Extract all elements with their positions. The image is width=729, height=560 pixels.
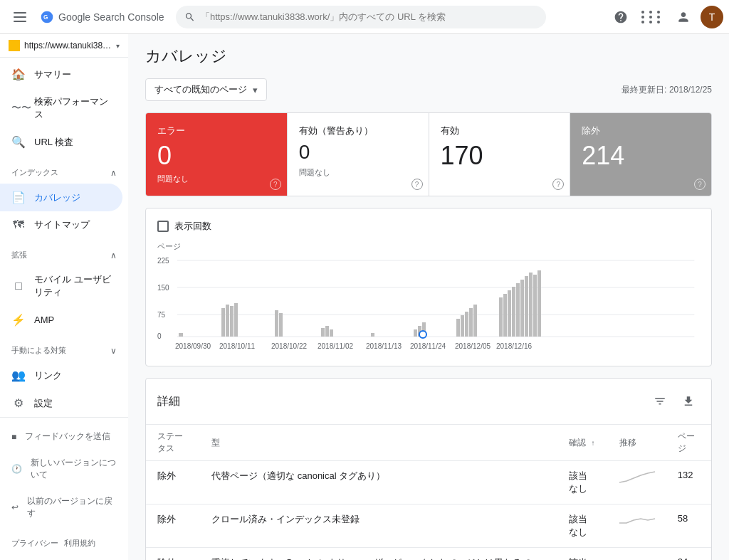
table-row[interactable]: 除外 重複しています。Google により、ユーザーがマークしたページとは異なる… — [146, 548, 711, 560]
stat-valid: 有効 170 ? — [429, 113, 571, 196]
home-icon: 🏠 — [11, 68, 26, 81]
excluded-info-button[interactable]: ? — [694, 179, 706, 190]
sidebar-item-links[interactable]: 👥 リンク — [0, 361, 122, 389]
svg-text:2018/10/11: 2018/10/11 — [219, 342, 255, 350]
sidebar-item-amp[interactable]: ⚡ AMP — [0, 306, 122, 334]
feedback-button[interactable]: ■ フィードバックを送信 — [0, 423, 128, 450]
svg-rect-30 — [503, 294, 507, 337]
svg-rect-31 — [508, 290, 511, 337]
back-icon: ↩ — [11, 502, 19, 512]
svg-text:G: G — [43, 14, 48, 21]
privacy-link[interactable]: プライバシー — [11, 538, 58, 549]
chart-toggle-checkbox[interactable] — [157, 221, 169, 232]
sidebar: https://www.tanuki383... ▾ 🏠 サマリー 〜〜 検索パ… — [0, 34, 128, 560]
sidebar-item-summary[interactable]: 🏠 サマリー — [0, 60, 122, 88]
search-bar[interactable] — [176, 6, 546, 28]
menu-button[interactable] — [6, 3, 34, 31]
search-icon — [184, 11, 195, 23]
details-actions — [649, 390, 700, 413]
filter-button[interactable] — [649, 390, 671, 413]
apps-button[interactable] — [638, 3, 666, 31]
svg-rect-37 — [533, 275, 537, 337]
trend-chart-3 — [619, 556, 655, 560]
sidebar-item-sitemap[interactable]: 🗺 サイトマップ — [0, 211, 122, 238]
svg-rect-19 — [330, 329, 333, 337]
old-version-button[interactable]: ↩ 以前のバージョンに戻す — [0, 488, 128, 527]
svg-rect-27 — [469, 308, 473, 337]
details-header: 詳細 — [146, 379, 711, 425]
page-title: カバレッジ — [145, 46, 712, 67]
site-url: https://www.tanuki383... — [24, 41, 112, 51]
svg-rect-33 — [516, 283, 520, 337]
enhancement-chevron-icon[interactable]: ∧ — [110, 250, 117, 260]
google-icon: G — [40, 10, 54, 24]
performance-icon: 〜〜 — [11, 102, 26, 115]
stats-cards: エラー 0 問題なし ? 有効（警告あり） 0 問題なし ? 有効 170 ? — [145, 112, 712, 196]
topbar-right: T — [607, 3, 723, 31]
account-button[interactable] — [669, 3, 698, 31]
svg-rect-13 — [230, 306, 234, 337]
stat-excluded: 除外 214 ? — [570, 113, 711, 196]
svg-text:0: 0 — [157, 332, 162, 340]
feedback-icon: ■ — [11, 432, 16, 442]
last-updated: 最終更新日: 2018/12/25 — [622, 84, 712, 96]
col-trend: 推移 — [608, 425, 666, 461]
svg-rect-28 — [473, 305, 477, 337]
details-section: 詳細 ステータス 型 — [145, 378, 712, 560]
svg-text:2018/09/30: 2018/09/30 — [175, 342, 211, 350]
svg-rect-35 — [525, 276, 528, 337]
sidebar-item-url-inspection[interactable]: 🔍 URL 検査 — [0, 128, 122, 156]
svg-rect-26 — [465, 312, 468, 337]
stat-valid-warning: 有効（警告あり） 0 問題なし ? — [288, 113, 429, 196]
svg-text:2018/12/16: 2018/12/16 — [496, 342, 532, 350]
hamburger-icon — [8, 6, 32, 28]
col-type: 型 — [200, 425, 557, 461]
sidebar-item-performance[interactable]: 〜〜 検索パフォーマンス — [0, 88, 122, 128]
valid-info-button[interactable]: ? — [552, 179, 564, 190]
links-icon: 👥 — [11, 369, 26, 382]
details-table: ステータス 型 確認 ↑ 推移 ページ 除外 — [146, 425, 711, 560]
index-section-header: インデックス ∧ — [0, 156, 128, 181]
svg-rect-16 — [279, 313, 283, 337]
svg-text:75: 75 — [157, 311, 166, 319]
site-selector[interactable]: https://www.tanuki383... ▾ — [0, 34, 128, 58]
download-button[interactable] — [677, 390, 700, 413]
main-layout: https://www.tanuki383... ▾ 🏠 サマリー 〜〜 検索パ… — [0, 34, 729, 560]
svg-text:2018/10/22: 2018/10/22 — [271, 342, 307, 350]
index-chevron-icon[interactable]: ∧ — [110, 168, 117, 178]
svg-rect-38 — [537, 270, 541, 337]
new-version-button[interactable]: 🕐 新しいバージョンについて — [0, 450, 128, 488]
valid-warning-info-button[interactable]: ? — [411, 179, 423, 190]
error-info-button[interactable]: ? — [270, 179, 281, 190]
svg-rect-18 — [325, 326, 329, 337]
sidebar-item-coverage[interactable]: 📄 カバレッジ — [0, 184, 122, 211]
sidebar-item-mobile[interactable]: □ モバイル ユーザビリティ — [0, 266, 122, 306]
help-button[interactable] — [607, 3, 635, 31]
terms-link[interactable]: 利用規約 — [64, 538, 95, 549]
coverage-icon: 📄 — [11, 191, 26, 204]
mobile-icon: □ — [11, 280, 26, 292]
sidebar-item-settings[interactable]: ⚙ 設定 — [0, 389, 122, 417]
filter-dropdown[interactable]: すべての既知のページ ▾ — [145, 78, 267, 101]
svg-rect-12 — [226, 305, 229, 337]
manual-section-header: 手動による対策 ∨ — [0, 334, 128, 359]
inspect-icon: 🔍 — [11, 135, 26, 149]
svg-rect-25 — [461, 315, 464, 337]
manual-chevron-icon[interactable]: ∨ — [110, 346, 117, 356]
filter-bar: すべての既知のページ ▾ 最終更新日: 2018/12/25 — [145, 78, 712, 101]
col-status: ステータス — [146, 425, 200, 461]
col-validation[interactable]: 確認 ↑ — [557, 425, 608, 461]
svg-rect-15 — [275, 310, 278, 337]
settings-icon: ⚙ — [11, 396, 26, 410]
svg-rect-10 — [179, 333, 183, 337]
svg-rect-32 — [512, 287, 515, 337]
svg-point-39 — [419, 331, 426, 338]
main-content: カバレッジ すべての既知のページ ▾ 最終更新日: 2018/12/25 エラー… — [128, 34, 729, 560]
svg-text:150: 150 — [157, 284, 169, 292]
nav-index: 📄 カバレッジ 🗺 サイトマップ — [0, 184, 128, 238]
trend-chart-1 — [619, 470, 655, 484]
user-avatar[interactable]: T — [701, 6, 723, 28]
table-row[interactable]: 除外 クロール済み・インデックス未登録 該当なし 58 — [146, 504, 711, 548]
search-input[interactable] — [201, 11, 537, 22]
table-row[interactable]: 除外 代替ページ（適切な canonical タグあり） 該当なし 132 — [146, 461, 711, 504]
